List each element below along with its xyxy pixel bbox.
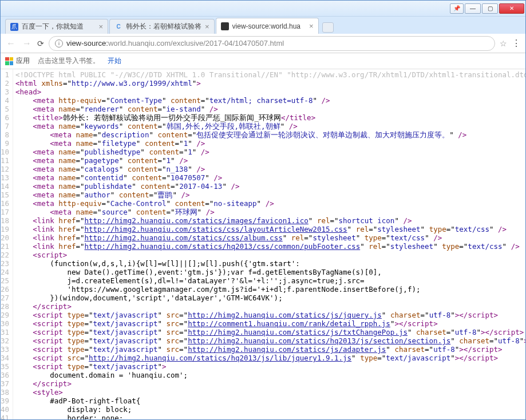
favicon: 爪 bbox=[10, 23, 18, 31]
bookmark-star-icon[interactable]: ☆ bbox=[500, 39, 507, 48]
tab-close-icon[interactable]: × bbox=[205, 22, 209, 31]
favicon: C bbox=[114, 23, 122, 31]
tab-strip: 爪百度一下，你就知道×C韩外长：若朝鲜核试验将×view-source:worl… bbox=[1, 17, 525, 34]
browser-tab[interactable]: 爪百度一下，你就知道× bbox=[5, 19, 108, 34]
toolbar: ← → ⟳ i view-source:world.huanqiu.com/ex… bbox=[1, 34, 525, 53]
tab-label: 韩外长：若朝鲜核试验将 bbox=[126, 22, 201, 31]
apps-label: 应用 bbox=[16, 56, 30, 66]
close-button[interactable]: ✕ bbox=[499, 3, 524, 14]
apps-shortcut[interactable]: 应用 bbox=[5, 56, 30, 66]
reload-button[interactable]: ⟳ bbox=[37, 39, 44, 48]
browser-tab[interactable]: view-source:world.hua× bbox=[216, 18, 319, 34]
tab-close-icon[interactable]: × bbox=[309, 22, 314, 30]
back-button[interactable]: ← bbox=[5, 38, 17, 49]
minimize-button[interactable]: — bbox=[465, 3, 481, 14]
line-gutter: 1 2 3 4 5 6 7 8 9 10 11 12 13 14 15 16 1… bbox=[1, 69, 13, 419]
browser-tab[interactable]: C韩外长：若朝鲜核试验将× bbox=[109, 19, 215, 34]
tab-label: 百度一下，你就知道 bbox=[22, 22, 95, 31]
url-path: world.huanqiu.com/exclusive/2017-04/1047… bbox=[108, 39, 284, 47]
favicon bbox=[221, 22, 229, 30]
source-code[interactable]: <!DOCTYPE html PUBLIC "-//W3C//DTD XHTML… bbox=[13, 69, 525, 419]
bookmark-bar: 应用 点击这里导入书签。 开始 bbox=[1, 53, 525, 69]
tab-close-icon[interactable]: × bbox=[98, 22, 103, 31]
start-link[interactable]: 开始 bbox=[108, 56, 121, 66]
browser-window: 📌 — ▢ ✕ 爪百度一下，你就知道×C韩外长：若朝鲜核试验将×view-sou… bbox=[0, 0, 526, 420]
address-bar[interactable]: i view-source:world.huanqiu.com/exclusiv… bbox=[49, 36, 495, 51]
window-titlebar: 📌 — ▢ ✕ bbox=[1, 1, 525, 17]
pin-button[interactable]: 📌 bbox=[450, 3, 464, 14]
new-tab-button[interactable] bbox=[322, 22, 334, 33]
menu-button[interactable]: ⋮ bbox=[512, 38, 521, 49]
apps-icon bbox=[5, 57, 13, 65]
site-info-icon[interactable]: i bbox=[55, 39, 63, 47]
view-source-pane: 1 2 3 4 5 6 7 8 9 10 11 12 13 14 15 16 1… bbox=[1, 69, 525, 419]
import-bookmarks-hint: 点击这里导入书签。 bbox=[38, 56, 100, 66]
maximize-button[interactable]: ▢ bbox=[482, 3, 498, 14]
tab-label: view-source:world.hua bbox=[232, 22, 306, 30]
forward-button[interactable]: → bbox=[21, 38, 33, 49]
url-prefix: view-source: bbox=[66, 39, 108, 47]
